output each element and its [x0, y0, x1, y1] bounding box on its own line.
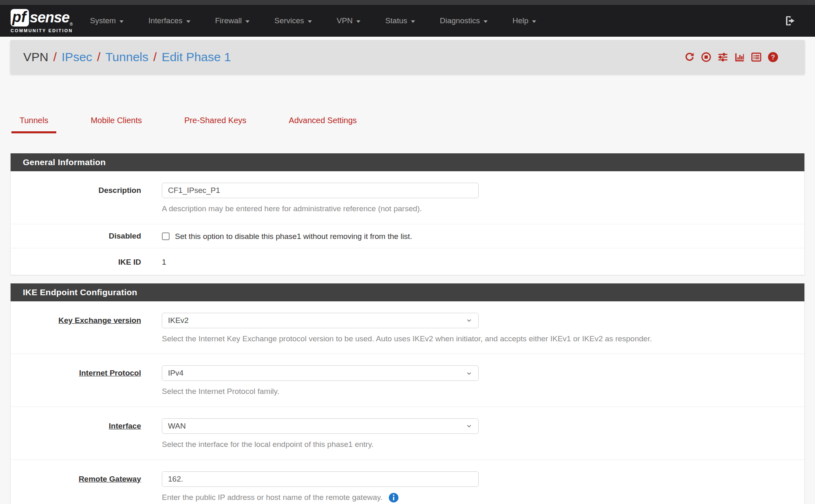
chevron-down-icon: [186, 20, 190, 23]
chevron-down-icon: [466, 370, 473, 377]
description-field-group: A description may be entered here for ad…: [162, 183, 792, 214]
info-icon[interactable]: [388, 492, 399, 503]
interface-field-group: WAN Select the interface for the local e…: [162, 418, 792, 450]
tab-mobile-clients[interactable]: Mobile Clients: [82, 116, 150, 133]
ike-id-label: IKE ID: [11, 257, 141, 267]
nav-item-label: Status: [385, 16, 407, 25]
sign-out-icon[interactable]: [784, 15, 796, 27]
key-exchange-selected-value: IKEv2: [168, 316, 189, 325]
nav-item-label: Firewall: [215, 16, 242, 25]
remote-gateway-input[interactable]: [162, 471, 479, 487]
breadcrumb-separator: /: [53, 50, 57, 64]
navbar: pf sense ® COMMUNITY EDITION System Inte…: [0, 5, 815, 37]
interface-selected-value: WAN: [168, 422, 186, 431]
interface-label: Interface: [11, 418, 141, 450]
chevron-down-icon: [532, 20, 536, 23]
form-row-key-exchange-version: Key Exchange version IKEv2 Select the In…: [11, 301, 804, 354]
registered-mark: ®: [70, 22, 73, 27]
chevron-down-icon: [411, 20, 415, 23]
help-icon[interactable]: ?: [767, 51, 779, 63]
chevron-down-icon: [308, 20, 312, 23]
disabled-label: Disabled: [11, 231, 141, 241]
chevron-down-icon: [245, 20, 250, 23]
svg-text:?: ?: [771, 53, 775, 61]
interface-help-text: Select the interface for the local endpo…: [162, 439, 792, 450]
nav-menu: System Interfaces Firewall Services VPN …: [90, 16, 561, 25]
general-information-header: General Information: [11, 153, 804, 171]
nav-item-label: Help: [512, 16, 528, 25]
nav-item-system[interactable]: System: [90, 16, 124, 25]
ike-endpoint-configuration-body: Key Exchange version IKEv2 Select the In…: [11, 301, 804, 504]
pfsense-logo[interactable]: pf sense ® COMMUNITY EDITION: [11, 9, 73, 33]
description-input[interactable]: [162, 183, 479, 198]
key-exchange-help-text: Select the Internet Key Exchange protoco…: [162, 334, 792, 344]
nav-item-label: Diagnostics: [440, 16, 480, 25]
breadcrumb-separator: /: [153, 50, 157, 64]
form-row-ike-id: IKE ID 1: [11, 248, 804, 275]
nav-item-label: VPN: [337, 16, 353, 25]
general-information-body: Description A description may be entered…: [11, 171, 804, 275]
bar-chart-icon[interactable]: [734, 51, 745, 63]
internet-protocol-select[interactable]: IPv4: [162, 365, 479, 381]
top-strip: [0, 0, 815, 5]
sense-wordmark: sense: [30, 10, 69, 25]
pf-logo-mark: pf: [11, 9, 29, 27]
form-row-disabled: Disabled Set this option to disable this…: [11, 224, 804, 248]
internet-protocol-label: Internet Protocol: [11, 365, 141, 397]
nav-item-firewall[interactable]: Firewall: [215, 16, 250, 25]
panel-ike-endpoint-configuration: IKE Endpoint Configuration Key Exchange …: [10, 283, 805, 504]
breadcrumb: VPN / IPsec / Tunnels / Edit Phase 1: [23, 50, 231, 64]
chevron-down-icon: [466, 317, 473, 324]
description-help-text: A description may be entered here for ad…: [162, 203, 792, 214]
stop-circle-icon[interactable]: [700, 51, 712, 63]
tab-tunnels[interactable]: Tunnels: [11, 116, 56, 133]
pfsense-wordmark: pf sense ®: [11, 9, 73, 27]
internet-protocol-help-text: Select the Internet Protocol family.: [162, 386, 792, 397]
key-exchange-select[interactable]: IKEv2: [162, 313, 479, 328]
page-action-icons: ?: [684, 51, 779, 63]
form-row-remote-gateway: Remote Gateway Enter the public IP addre…: [11, 460, 804, 504]
chevron-down-icon: [466, 422, 473, 429]
chevron-down-icon: [356, 20, 360, 23]
pfsense-app: pf sense ® COMMUNITY EDITION System Inte…: [0, 0, 815, 504]
disabled-checkbox[interactable]: [162, 232, 170, 240]
panel-general-information: General Information Description A descri…: [10, 153, 805, 275]
nav-item-label: Interfaces: [148, 16, 182, 25]
breadcrumb-vpn: VPN: [23, 50, 49, 64]
key-exchange-field-group: IKEv2 Select the Internet Key Exchange p…: [162, 313, 792, 344]
nav-item-services[interactable]: Services: [274, 16, 312, 25]
tab-advanced-settings[interactable]: Advanced Settings: [281, 116, 365, 133]
key-exchange-version-label: Key Exchange version: [11, 313, 141, 344]
interface-select[interactable]: WAN: [162, 418, 479, 434]
refresh-icon[interactable]: [684, 51, 695, 63]
breadcrumb-tunnels[interactable]: Tunnels: [105, 50, 148, 64]
nav-item-interfaces[interactable]: Interfaces: [148, 16, 190, 25]
sliders-icon[interactable]: [717, 51, 729, 63]
ike-id-value: 1: [162, 257, 792, 267]
nav-item-help[interactable]: Help: [512, 16, 536, 25]
nav-item-status[interactable]: Status: [385, 16, 415, 25]
community-edition-label: COMMUNITY EDITION: [11, 28, 73, 33]
disabled-checkbox-text: Set this option to disable this phase1 w…: [175, 232, 412, 241]
chevron-down-icon: [119, 20, 124, 23]
tab-bar: Tunnels Mobile Clients Pre-Shared Keys A…: [11, 116, 815, 133]
form-row-internet-protocol: Internet Protocol IPv4 Select the Intern…: [11, 354, 804, 407]
ike-endpoint-configuration-header: IKE Endpoint Configuration: [11, 283, 804, 301]
list-icon[interactable]: [751, 51, 762, 63]
remote-gateway-field-group: Enter the public IP address or host name…: [162, 471, 792, 503]
nav-item-label: System: [90, 16, 116, 25]
breadcrumb-separator: /: [97, 50, 100, 64]
breadcrumb-edit-phase1[interactable]: Edit Phase 1: [161, 50, 231, 64]
description-label: Description: [11, 183, 141, 214]
breadcrumb-bar: VPN / IPsec / Tunnels / Edit Phase 1: [10, 40, 805, 74]
tab-pre-shared-keys[interactable]: Pre-Shared Keys: [176, 116, 254, 133]
internet-protocol-selected-value: IPv4: [168, 369, 183, 378]
form-row-interface: Interface WAN Select the interface for t…: [11, 407, 804, 460]
nav-item-diagnostics[interactable]: Diagnostics: [440, 16, 488, 25]
nav-item-label: Services: [274, 16, 304, 25]
internet-protocol-field-group: IPv4 Select the Internet Protocol family…: [162, 365, 792, 397]
remote-gateway-label: Remote Gateway: [11, 471, 141, 503]
nav-item-vpn[interactable]: VPN: [337, 16, 360, 25]
breadcrumb-ipsec[interactable]: IPsec: [62, 50, 92, 64]
chevron-down-icon: [484, 20, 488, 23]
